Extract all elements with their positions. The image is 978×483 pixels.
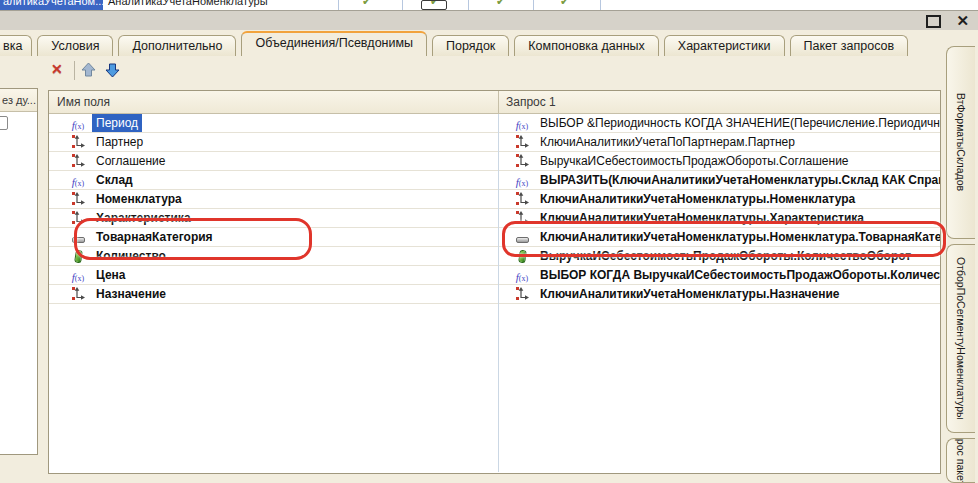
- query-icon-cell: [513, 286, 531, 302]
- checkbox[interactable]: [0, 116, 8, 130]
- vertical-tab-label: ВтФорматыСкладов: [955, 93, 967, 191]
- table-row[interactable]: ПартнерКлючиАналитикиУчетаПоПартнерам.Па…: [49, 133, 940, 152]
- tab[interactable]: Пакет запросов: [790, 35, 909, 56]
- query-icon-cell: [513, 191, 531, 207]
- field-icon-cell: [69, 191, 87, 207]
- field-name[interactable]: Цена: [96, 266, 126, 284]
- field-name[interactable]: Назначение: [96, 285, 166, 303]
- tab[interactable]: вка: [0, 35, 32, 56]
- field-name[interactable]: Партнер: [96, 133, 143, 151]
- query-icon-cell: f(x): [513, 172, 531, 188]
- vertical-tab-label: Запрос пакета 3: [955, 438, 967, 483]
- left-clipped-panel: ез ду...: [0, 88, 38, 455]
- delete-icon[interactable]: ✕: [51, 61, 63, 77]
- field-icon-cell: f(x): [69, 267, 87, 283]
- dimension-icon: [516, 134, 529, 151]
- close-button[interactable]: ✕: [956, 11, 969, 30]
- vertical-tab[interactable]: Запрос пакета 3: [946, 438, 975, 483]
- table-row[interactable]: f(x)Периодf(x)ВЫБОР &Периодичность КОГДА…: [49, 114, 940, 133]
- column-header-field-name: Имя поля: [57, 91, 110, 113]
- right-tab-strip: ВтФорматыСкладовОтборПоСегментуНоменклат…: [942, 30, 978, 483]
- move-down-icon[interactable]: [104, 62, 121, 83]
- tab[interactable]: Дополнительно: [118, 35, 236, 56]
- vertical-tab-label: ОтборПоСегментуНоменклатуры: [955, 257, 967, 420]
- function-icon: f(x): [516, 176, 528, 188]
- left-panel-column-header: ез ду...: [0, 89, 37, 112]
- query-expression[interactable]: ВЫРАЗИТЬ(КлючиАналитикиУчетаНоменклатуры…: [540, 171, 940, 189]
- function-icon: f(x): [516, 271, 528, 283]
- tab[interactable]: Условия: [37, 35, 113, 56]
- check-icon[interactable]: ✔: [560, 0, 569, 8]
- function-icon: f(x): [72, 176, 84, 188]
- column-header-query1: Запрос 1: [506, 91, 556, 113]
- field-icon-cell: f(x): [69, 115, 87, 131]
- source-table-row: алитикаУчетаНом... АналитикаУчетаНоменкл…: [0, 0, 978, 11]
- query-icon-cell: f(x): [513, 267, 531, 283]
- field-icon-cell: [69, 153, 87, 169]
- query-expression[interactable]: ВЫБОР КОГДА ВыручкаИСебестоимостьПродажО…: [540, 266, 940, 284]
- red-annotation-circle-field: [74, 218, 312, 260]
- query-expression[interactable]: КлючиАналитикиУчетаНоменклатуры.Назначен…: [540, 285, 840, 303]
- dimension-icon: [516, 191, 529, 208]
- window-title-strip: ✕: [0, 11, 978, 30]
- tab-bar: вкаУсловияДополнительноОбъединения/Псевд…: [0, 30, 978, 56]
- dimension-icon: [72, 286, 85, 303]
- column-separator: [468, 0, 469, 10]
- table-header: Имя поля Запрос 1: [49, 91, 940, 114]
- dimension-icon: [72, 191, 85, 208]
- field-icon-cell: [69, 286, 87, 302]
- column-separator: [402, 0, 403, 10]
- tab[interactable]: Характеристики: [664, 35, 785, 56]
- tab-active[interactable]: Объединения/Псевдонимы: [241, 31, 427, 56]
- query-icon-cell: [513, 153, 531, 169]
- field-icon-cell: f(x): [69, 172, 87, 188]
- field-icon-cell: [69, 134, 87, 150]
- dimension-icon: [516, 286, 529, 303]
- query-expression[interactable]: КлючиАналитикиУчетаПоПартнерам.Партнер: [540, 133, 795, 151]
- query-expression[interactable]: ВыручкаИСебестоимостьПродажОбороты.Согла…: [540, 152, 849, 170]
- tab[interactable]: Компоновка данных: [514, 35, 659, 56]
- tab[interactable]: Порядок: [432, 35, 509, 56]
- dimension-icon: [516, 153, 529, 170]
- table-row[interactable]: f(x)Ценаf(x)ВЫБОР КОГДА ВыручкаИСебестои…: [49, 266, 940, 285]
- column-divider: [498, 114, 499, 472]
- function-icon: f(x): [516, 119, 528, 131]
- column-separator: [533, 0, 534, 10]
- column-separator: [338, 0, 339, 10]
- aliases-table: Имя поля Запрос 1 f(x)Периодf(x)ВЫБОР &П…: [48, 90, 941, 474]
- function-icon: f(x): [72, 271, 84, 283]
- field-name[interactable]: Склад: [96, 171, 133, 189]
- query-icon-cell: f(x): [513, 115, 531, 131]
- table-row[interactable]: СоглашениеВыручкаИСебестоимостьПродажОбо…: [49, 152, 940, 171]
- query-expression[interactable]: ВЫБОР &Периодичность КОГДА ЗНАЧЕНИЕ(Пере…: [540, 114, 940, 132]
- field-name[interactable]: Соглашение: [96, 152, 165, 170]
- dimension-icon: [72, 153, 85, 170]
- maximize-button[interactable]: [926, 15, 941, 28]
- vertical-tab[interactable]: ОтборПоСегментуНоменклатуры: [946, 244, 975, 433]
- table-row[interactable]: НазначениеКлючиАналитикиУчетаНоменклатур…: [49, 285, 940, 304]
- move-up-icon[interactable]: [80, 61, 97, 82]
- source-name-cell[interactable]: АналитикаУчетаНоменклатуры: [108, 0, 268, 10]
- function-icon: f(x): [72, 119, 84, 131]
- query-expression[interactable]: КлючиАналитикиУчетаНоменклатуры.Номенкла…: [540, 190, 855, 208]
- field-name[interactable]: Период: [92, 114, 142, 132]
- column-separator: [600, 0, 601, 10]
- column-divider: [498, 91, 499, 113]
- field-name[interactable]: Номенклатура: [96, 190, 182, 208]
- source-selected-cell[interactable]: алитикаУчетаНом...: [0, 0, 103, 10]
- check-icon[interactable]: ✔: [496, 0, 505, 8]
- table-row[interactable]: НоменклатураКлючиАналитикиУчетаНоменклат…: [49, 190, 940, 209]
- focus-rectangle: [421, 0, 447, 10]
- table-row[interactable]: f(x)Складf(x)ВЫРАЗИТЬ(КлючиАналитикиУчет…: [49, 171, 940, 190]
- toolbar-separator: [74, 61, 75, 80]
- dimension-icon: [72, 134, 85, 151]
- query-icon-cell: [513, 134, 531, 150]
- red-annotation-circle-query: [502, 221, 946, 257]
- vertical-tab[interactable]: ВтФорматыСкладов: [946, 46, 975, 239]
- table-body: f(x)Периодf(x)ВЫБОР &Периодичность КОГДА…: [49, 114, 940, 473]
- check-icon[interactable]: ✔: [362, 0, 371, 8]
